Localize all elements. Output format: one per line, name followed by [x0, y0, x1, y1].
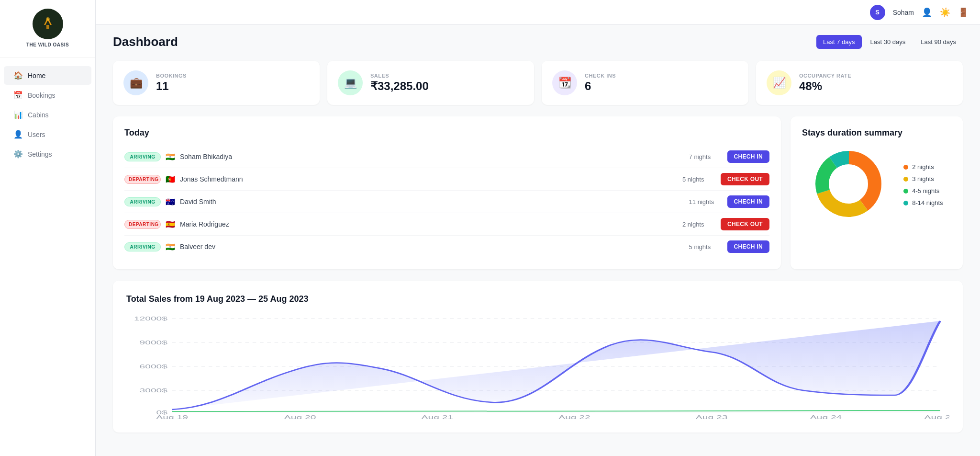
legend-item-814nights: 8-14 nights — [903, 199, 943, 206]
user-profile-icon[interactable]: 👤 — [922, 7, 932, 18]
checkins-value: 6 — [585, 80, 616, 93]
svg-rect-3 — [46, 25, 49, 29]
bookings-value: 11 — [156, 80, 187, 93]
sidebar-logo: THE WILD OASIS — [0, 0, 95, 57]
occupancy-label: OCCUPANCY RATE — [799, 73, 851, 79]
logo-text: THE WILD OASIS — [26, 42, 69, 47]
bookings-label: BOOKINGS — [156, 73, 187, 79]
bookings-icon: 📅 — [13, 91, 23, 100]
avatar: S — [870, 5, 885, 20]
svg-text:Aug 19: Aug 19 — [156, 414, 188, 419]
sidebar-item-settings[interactable]: ⚙️ Settings — [4, 145, 91, 163]
nights-label: 5 nights — [682, 176, 716, 183]
checkout-button[interactable]: CHECK OUT — [721, 218, 769, 230]
legend-dot-45nights — [903, 189, 908, 194]
status-badge: DEPARTING — [124, 175, 161, 184]
legend-dot-814nights — [903, 201, 908, 205]
svg-text:6000$: 6000$ — [140, 364, 168, 369]
main-content: Dashboard Last 7 days Last 30 days Last … — [96, 25, 980, 456]
dashboard-header: Dashboard Last 7 days Last 30 days Last … — [113, 34, 963, 49]
sidebar-item-bookings-label: Bookings — [28, 91, 56, 99]
checkins-stat-info: CHECK INS 6 — [585, 73, 616, 93]
stays-duration-title: Stays duration summary — [802, 128, 951, 138]
sales-stat-card: 💻 SALES ₹33,285.00 — [327, 61, 534, 105]
sales-area-path — [172, 321, 940, 410]
bookings-icon-wrap: 💼 — [123, 70, 148, 95]
svg-text:Aug 24: Aug 24 — [810, 414, 842, 419]
donut-content: 2 nights 3 nights 4-5 nights 8-14 n — [802, 146, 951, 224]
sidebar-navigation: 🏠 Home 📅 Bookings 📊 Cabins 👤 Users ⚙️ Se… — [0, 57, 95, 172]
settings-gear-icon[interactable]: ☀️ — [940, 7, 950, 18]
guest-name: Jonas Schmedtmann — [180, 175, 678, 183]
sales-line-chart: 12000$ 9000$ 6000$ 3000$ 0$ Aug 19 Aug 2… — [126, 314, 949, 419]
sidebar-item-settings-label: Settings — [28, 150, 52, 158]
flag-icon: 🇵🇹 — [166, 175, 175, 184]
flag-icon: 🇪🇸 — [166, 220, 175, 229]
period-filter: Last 7 days Last 30 days Last 90 days — [816, 35, 963, 49]
sidebar: THE WILD OASIS 🏠 Home 📅 Bookings 📊 Cabin… — [0, 0, 96, 456]
stays-duration-card: Stays duration summary — [791, 116, 963, 269]
flag-icon: 🇦🇺 — [166, 197, 175, 206]
sales-chart-area: 12000$ 9000$ 6000$ 3000$ 0$ Aug 19 Aug 2… — [126, 314, 949, 419]
sidebar-item-cabins[interactable]: 📊 Cabins — [4, 105, 91, 124]
sales-baseline-path — [172, 410, 940, 411]
table-row: DEPARTING 🇪🇸 Maria Rodriguez 2 nights CH… — [124, 213, 769, 236]
sidebar-item-cabins-label: Cabins — [28, 111, 49, 119]
checkins-label: CHECK INS — [585, 73, 616, 79]
sidebar-item-users-label: Users — [28, 131, 45, 138]
sales-chart-title: Total Sales from 19 Aug 2023 — 25 Aug 20… — [126, 294, 949, 304]
settings-icon: ⚙️ — [13, 149, 23, 159]
svg-point-9 — [829, 165, 868, 203]
status-badge: ARRIVING — [124, 152, 161, 161]
username-label: Soham — [893, 9, 914, 16]
legend-label-3nights: 3 nights — [912, 175, 934, 182]
flag-icon: 🇮🇳 — [166, 152, 175, 161]
checkout-button[interactable]: CHECK OUT — [721, 173, 769, 185]
donut-legend: 2 nights 3 nights 4-5 nights 8-14 n — [903, 163, 943, 206]
sidebar-item-home[interactable]: 🏠 Home — [4, 66, 91, 85]
today-title: Today — [124, 128, 769, 138]
home-icon: 🏠 — [13, 71, 23, 80]
status-badge: ARRIVING — [124, 242, 161, 251]
legend-label-814nights: 8-14 nights — [912, 199, 943, 206]
occupancy-icon-wrap: 📈 — [767, 70, 791, 95]
nights-label: 5 nights — [689, 243, 723, 251]
nights-label: 2 nights — [682, 221, 716, 228]
occupancy-stat-card: 📈 OCCUPANCY RATE 48% — [756, 61, 963, 105]
donut-chart — [810, 146, 887, 224]
checkins-icon-wrap: 📆 — [552, 70, 577, 95]
checkin-button[interactable]: CHECH IN — [727, 195, 769, 208]
middle-section: Today ARRIVING 🇮🇳 Soham Bhikadiya 7 nigh… — [113, 116, 963, 269]
svg-text:Aug 22: Aug 22 — [558, 414, 590, 419]
guest-name: Soham Bhikadiya — [180, 153, 684, 160]
occupancy-value: 48% — [799, 80, 851, 93]
sidebar-item-bookings[interactable]: 📅 Bookings — [4, 86, 91, 104]
legend-item-45nights: 4-5 nights — [903, 187, 943, 194]
svg-text:3000$: 3000$ — [140, 388, 168, 393]
table-row: DEPARTING 🇵🇹 Jonas Schmedtmann 5 nights … — [124, 168, 769, 191]
svg-text:Aug 25: Aug 25 — [924, 414, 949, 419]
period-90days-button[interactable]: Last 90 days — [914, 35, 963, 49]
sidebar-item-users[interactable]: 👤 Users — [4, 125, 91, 144]
bookings-stat-card: 💼 BOOKINGS 11 — [113, 61, 320, 105]
stat-cards: 💼 BOOKINGS 11 💻 SALES ₹33,285.00 📆 CHECK… — [113, 61, 963, 105]
guest-name: Maria Rodriguez — [180, 220, 678, 228]
legend-item-2nights: 2 nights — [903, 163, 943, 171]
period-7days-button[interactable]: Last 7 days — [816, 35, 862, 49]
users-icon: 👤 — [13, 130, 23, 139]
sales-value: ₹33,285.00 — [370, 80, 429, 93]
flag-icon: 🇮🇳 — [166, 242, 175, 251]
nights-label: 7 nights — [689, 153, 723, 160]
svg-text:12000$: 12000$ — [134, 316, 168, 321]
sidebar-item-home-label: Home — [28, 72, 45, 80]
period-30days-button[interactable]: Last 30 days — [864, 35, 913, 49]
guest-name: Balveer dev — [180, 243, 684, 251]
legend-label-2nights: 2 nights — [912, 163, 934, 171]
svg-text:Aug 21: Aug 21 — [421, 414, 453, 419]
legend-dot-2nights — [903, 165, 908, 170]
logo-image — [33, 9, 63, 39]
checkin-button[interactable]: CHECH IN — [727, 240, 769, 253]
table-row: ARRIVING 🇦🇺 David Smith 11 nights CHECH … — [124, 191, 769, 213]
logout-icon[interactable]: 🚪 — [958, 7, 969, 18]
checkin-button[interactable]: CHECH IN — [727, 150, 769, 163]
